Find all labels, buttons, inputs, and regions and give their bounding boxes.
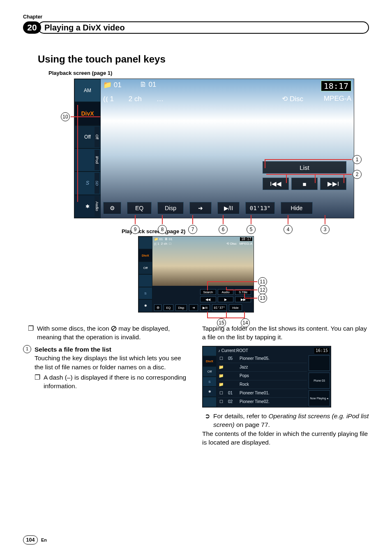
page-arrow-button[interactable]: ➜ bbox=[189, 202, 212, 214]
note-invalid-icon: ❐ With some discs, the icon may be displ… bbox=[23, 324, 190, 342]
hide-button[interactable]: Hide bbox=[281, 202, 313, 214]
page-footer: 104 En bbox=[23, 535, 47, 544]
list-item[interactable]: 📁Jazz bbox=[218, 363, 307, 372]
callout-10: 10 bbox=[61, 112, 70, 121]
right-para-2: The contents of the folder in which the … bbox=[202, 429, 369, 447]
list-item[interactable]: ☐01Pioneer Time01. bbox=[218, 389, 307, 398]
repeat-mode: ⟲ Disc bbox=[282, 95, 303, 103]
box-bullet-icon: ❐ bbox=[35, 373, 40, 391]
callout-5: 5 bbox=[247, 225, 256, 234]
side-btn-3[interactable]: Now Playing ◂ bbox=[309, 390, 330, 406]
tab-sd[interactable]: SSD bbox=[74, 171, 101, 195]
folder-indicator: 📁 01 bbox=[103, 81, 122, 91]
pb2-time: 01'37" bbox=[212, 304, 227, 311]
list-item[interactable]: 📁Rock bbox=[218, 380, 307, 389]
callout-9: 9 bbox=[131, 225, 140, 234]
playback-screen-2: DivX Off S ✱ 📁 01 🗎 0118:17 (⦅ 1 2 ch □⟲… bbox=[138, 236, 254, 313]
section-heading: Using the touch panel keys bbox=[23, 53, 369, 65]
callout-1: 1 bbox=[353, 155, 362, 164]
caption-playback1: Playback screen (page 1) bbox=[48, 70, 369, 76]
pb2-eq-button[interactable]: EQ bbox=[164, 304, 173, 311]
settings-button[interactable]: ⚙ bbox=[103, 202, 121, 214]
item-1-body: Touching the key displays the list which… bbox=[35, 354, 190, 371]
list-button[interactable]: List bbox=[263, 161, 346, 174]
pb2-arrow-button[interactable]: ➜ bbox=[189, 304, 198, 311]
tab-divx[interactable]: DivX bbox=[74, 102, 101, 125]
item-1: 1 Selects a file from the list Touching … bbox=[23, 345, 190, 371]
stop-button[interactable]: ■ bbox=[291, 178, 318, 190]
chapter-label: Chapter bbox=[23, 14, 369, 20]
callout-7: 7 bbox=[188, 225, 197, 234]
svg-line-1 bbox=[112, 327, 115, 330]
playback-info: 📁 01 🗎 01 18:17 (⦅ 1 2 ch … ⟲ Disc MPEG-… bbox=[103, 81, 351, 104]
item-1-subnote: ❐ A dash (–) is displayed if there is no… bbox=[23, 373, 190, 391]
body-columns: ❐ With some discs, the icon may be displ… bbox=[23, 324, 369, 447]
pb2-settings-button[interactable]: ⚙ bbox=[154, 304, 161, 311]
chapter-header: 20 Playing a DivX video bbox=[23, 21, 369, 34]
callout-4: 4 bbox=[284, 225, 293, 234]
list-item[interactable]: ☐05Pioneer Time05. bbox=[218, 354, 307, 363]
right-para-1: Tapping a folder on the list shows its c… bbox=[202, 324, 369, 342]
next-button[interactable]: ▶▶I bbox=[320, 178, 346, 190]
pb2-tab-ipod[interactable] bbox=[138, 274, 152, 287]
callout-3: 3 bbox=[321, 225, 330, 234]
playback-screen-2-wrap: DivX Off S ✱ 📁 01 🗎 0118:17 (⦅ 1 2 ch □⟲… bbox=[138, 236, 274, 313]
list-screenshot: DivX Off S ✱ ♪ Current:ROOT 16:15 ☐05Pio… bbox=[202, 346, 331, 408]
left-column: ❐ With some discs, the icon may be displ… bbox=[23, 324, 190, 447]
list-clock: 16:15 bbox=[314, 348, 329, 354]
rewind-button[interactable]: ◀◀ bbox=[200, 297, 216, 302]
callout-14: 14 bbox=[241, 318, 250, 327]
side-btn-2[interactable]: Plone 03 bbox=[309, 373, 330, 389]
tab-ipod[interactable]: iPod bbox=[74, 148, 101, 171]
pb2-hide-button[interactable]: Hide bbox=[229, 304, 242, 311]
list-item[interactable]: ☐02Pioneer Time02. bbox=[218, 398, 307, 406]
clock: 18:17 bbox=[321, 81, 351, 91]
prev-button[interactable]: I◀◀ bbox=[263, 178, 289, 190]
tab-am[interactable]: AM bbox=[74, 79, 101, 102]
list-item[interactable]: 📁Pops bbox=[218, 372, 307, 380]
playback-screen-1: AM DivX OffOff iPod SSD ✱Audio 📁 01 🗎 01… bbox=[74, 79, 354, 218]
tab-bt[interactable]: ✱Audio bbox=[74, 195, 101, 218]
item-1-number: 1 bbox=[23, 345, 31, 353]
callout-8: 8 bbox=[158, 225, 167, 234]
pb2-tab-bt[interactable]: ✱ bbox=[138, 299, 152, 312]
tab-off[interactable]: OffOff bbox=[74, 125, 101, 148]
audio-track: (⦅ 1 bbox=[103, 95, 114, 103]
callout-13: 13 bbox=[258, 294, 267, 303]
disp-button[interactable]: Disp bbox=[157, 202, 184, 214]
bottom-bar: ⚙ EQ Disp ➜ ▶/II 01'13" Hide bbox=[103, 201, 351, 215]
callout-2: 2 bbox=[353, 170, 362, 179]
callout-6: 6 bbox=[219, 225, 228, 234]
list-header: ♪ Current:ROOT bbox=[218, 348, 248, 354]
callout-12: 12 bbox=[258, 285, 267, 294]
side-btn-1[interactable] bbox=[309, 355, 330, 371]
play-pause-button[interactable]: ▶/II bbox=[217, 202, 240, 214]
right-column: Tapping a folder on the list shows its c… bbox=[202, 324, 369, 447]
pb2-tab-am[interactable] bbox=[138, 236, 152, 249]
frame-advance-button[interactable]: ▶ bbox=[218, 297, 234, 302]
reference-arrow-icon: ➲ bbox=[205, 412, 210, 429]
callout-11: 11 bbox=[258, 277, 267, 286]
search-button[interactable]: Search bbox=[200, 289, 216, 295]
box-bullet-icon: ❐ bbox=[28, 324, 34, 342]
item-1-lead: Selects a file from the list bbox=[35, 346, 111, 353]
pb2-tab-divx[interactable]: DivX bbox=[138, 249, 152, 262]
cross-reference: ➲ For details, refer to Operating list s… bbox=[202, 412, 369, 429]
pb2-disp-button[interactable]: Disp bbox=[175, 304, 187, 311]
pb2-tab-sd[interactable]: S bbox=[138, 287, 152, 300]
callout-15: 15 bbox=[217, 318, 226, 327]
playback-screen-1-wrap: AM DivX OffOff iPod SSD ✱Audio 📁 01 🗎 01… bbox=[48, 79, 361, 218]
eq-button[interactable]: EQ bbox=[127, 202, 152, 214]
page-number: 104 bbox=[23, 535, 38, 544]
codec: MPEG-A bbox=[324, 95, 351, 103]
source-tabs: AM DivX OffOff iPod SSD ✱Audio bbox=[74, 79, 101, 218]
page-language: En bbox=[41, 537, 47, 542]
pb2-info: 📁 01 🗎 0118:17 (⦅ 1 2 ch □⟲ Disc MPEG-A bbox=[154, 237, 252, 246]
pb2-play-button[interactable]: ▶/II bbox=[200, 304, 210, 311]
subtitle-icon: … bbox=[157, 95, 164, 103]
prohibit-icon bbox=[111, 326, 117, 331]
channels: 2 ch bbox=[129, 95, 142, 103]
elapsed-time: 01'13" bbox=[245, 202, 275, 214]
pb2-tab-off[interactable]: Off bbox=[138, 262, 152, 274]
transport-row: I◀◀ ■ ▶▶I bbox=[263, 178, 346, 190]
